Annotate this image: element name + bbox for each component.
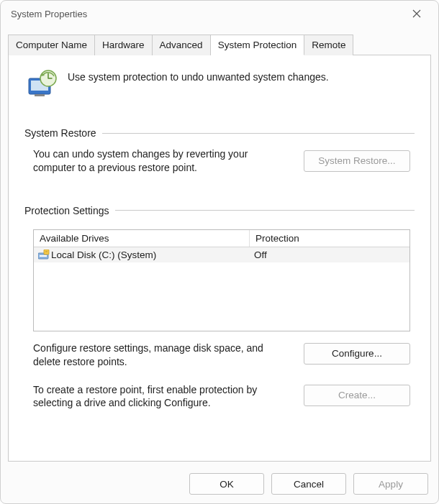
system-properties-window: System Properties Computer Name Hardware… (0, 0, 439, 504)
tab-remote[interactable]: Remote (304, 35, 353, 55)
title-bar: System Properties (1, 1, 438, 27)
tab-system-protection[interactable]: System Protection (211, 35, 305, 55)
hero: Use system protection to undo unwanted s… (24, 68, 415, 101)
tab-advanced[interactable]: Advanced (153, 35, 211, 55)
hero-text: Use system protection to undo unwanted s… (68, 68, 329, 83)
svg-rect-2 (35, 94, 45, 96)
drives-list: Available Drives Protection Local Di (33, 229, 410, 331)
tab-hardware[interactable]: Hardware (95, 35, 153, 55)
dialog-footer: OK Cancel Apply (1, 469, 438, 503)
svg-rect-8 (45, 252, 47, 252)
window-title: System Properties (11, 9, 401, 19)
divider (115, 210, 415, 211)
drive-icon (38, 249, 50, 260)
system-restore-button[interactable]: System Restore... (304, 150, 410, 172)
drives-body[interactable]: Local Disk (C:) (System) Off (34, 247, 409, 331)
system-protection-icon (24, 68, 58, 101)
create-desc: To create a restore point, first enable … (33, 383, 289, 411)
divider (102, 133, 415, 134)
group-protection-settings-body: Available Drives Protection Local Di (24, 225, 415, 425)
system-restore-desc: You can undo system changes by reverting… (33, 147, 289, 175)
tab-computer-name[interactable]: Computer Name (8, 35, 95, 55)
close-icon (412, 9, 421, 18)
group-system-restore-body: You can undo system changes by reverting… (24, 147, 415, 175)
close-button[interactable] (401, 3, 433, 24)
group-system-restore-title: System Restore (24, 127, 96, 139)
drive-protection-value: Off (254, 249, 267, 260)
group-protection-settings-label: Protection Settings (24, 205, 415, 216)
drive-name: Local Disk (C:) (System) (51, 249, 156, 260)
configure-desc: Configure restore settings, manage disk … (33, 342, 289, 369)
svg-rect-6 (40, 255, 47, 257)
tabs: Computer Name Hardware Advanced System P… (8, 34, 431, 55)
group-protection-settings-title: Protection Settings (24, 205, 109, 216)
drive-row[interactable]: Local Disk (C:) (System) Off (34, 247, 409, 262)
cancel-button[interactable]: Cancel (271, 473, 346, 495)
column-available-drives[interactable]: Available Drives (34, 230, 250, 247)
ok-button[interactable]: OK (189, 473, 264, 495)
group-system-restore-label: System Restore (24, 127, 415, 139)
configure-button[interactable]: Configure... (304, 343, 410, 365)
drives-header: Available Drives Protection (34, 230, 409, 247)
apply-button[interactable]: Apply (353, 473, 428, 495)
tab-panel-system-protection: Use system protection to undo unwanted s… (8, 55, 431, 462)
create-button[interactable]: Create... (304, 385, 410, 406)
column-protection[interactable]: Protection (250, 230, 409, 247)
